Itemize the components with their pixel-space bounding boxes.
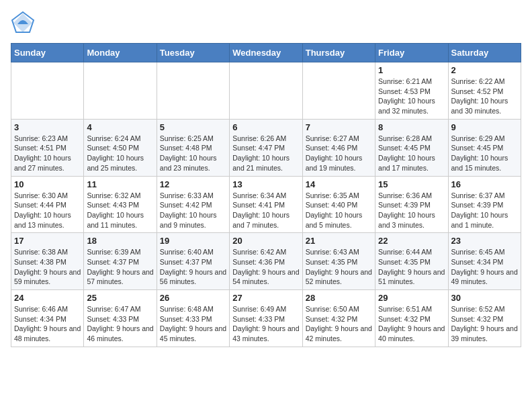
day-header-sunday: Sunday — [11, 44, 84, 62]
day-number: 20 — [232, 236, 299, 246]
day-info: Sunrise: 6:46 AM Sunset: 4:34 PM Dayligh… — [14, 304, 81, 344]
calendar-cell: 13Sunrise: 6:34 AM Sunset: 4:41 PM Dayli… — [230, 176, 302, 233]
day-info: Sunrise: 6:30 AM Sunset: 4:44 PM Dayligh… — [14, 191, 81, 230]
day-number: 21 — [306, 236, 372, 246]
day-info: Sunrise: 6:28 AM Sunset: 4:45 PM Dayligh… — [378, 134, 445, 173]
calendar-week-4: 17Sunrise: 6:38 AM Sunset: 4:38 PM Dayli… — [11, 233, 521, 290]
day-number: 22 — [378, 236, 445, 246]
logo — [11, 11, 38, 35]
day-info: Sunrise: 6:22 AM Sunset: 4:52 PM Dayligh… — [451, 77, 518, 116]
day-number: 23 — [451, 236, 518, 246]
calendar-cell — [302, 62, 375, 120]
calendar-cell: 18Sunrise: 6:39 AM Sunset: 4:37 PM Dayli… — [84, 233, 157, 290]
calendar-cell: 16Sunrise: 6:37 AM Sunset: 4:39 PM Dayli… — [448, 176, 521, 233]
day-info: Sunrise: 6:24 AM Sunset: 4:50 PM Dayligh… — [87, 134, 153, 173]
calendar-cell: 4Sunrise: 6:24 AM Sunset: 4:50 PM Daylig… — [84, 119, 157, 176]
calendar-cell: 2Sunrise: 6:22 AM Sunset: 4:52 PM Daylig… — [448, 62, 521, 120]
calendar-cell: 29Sunrise: 6:51 AM Sunset: 4:32 PM Dayli… — [375, 290, 448, 347]
day-number: 27 — [232, 293, 299, 303]
day-info: Sunrise: 6:25 AM Sunset: 4:48 PM Dayligh… — [160, 134, 226, 173]
calendar-cell — [157, 62, 229, 120]
calendar-table: SundayMondayTuesdayWednesdayThursdayFrid… — [11, 43, 521, 347]
calendar-cell: 26Sunrise: 6:48 AM Sunset: 4:33 PM Dayli… — [157, 290, 229, 347]
day-header-thursday: Thursday — [302, 44, 375, 62]
day-info: Sunrise: 6:32 AM Sunset: 4:43 PM Dayligh… — [87, 191, 153, 230]
calendar-cell: 9Sunrise: 6:29 AM Sunset: 4:45 PM Daylig… — [448, 119, 521, 176]
day-info: Sunrise: 6:33 AM Sunset: 4:42 PM Dayligh… — [160, 191, 226, 230]
day-header-tuesday: Tuesday — [157, 44, 229, 62]
calendar-week-5: 24Sunrise: 6:46 AM Sunset: 4:34 PM Dayli… — [11, 290, 521, 347]
day-number: 25 — [87, 293, 153, 303]
calendar-cell: 20Sunrise: 6:42 AM Sunset: 4:36 PM Dayli… — [230, 233, 302, 290]
calendar-cell — [11, 62, 84, 120]
day-info: Sunrise: 6:27 AM Sunset: 4:46 PM Dayligh… — [306, 134, 372, 173]
calendar-cell: 11Sunrise: 6:32 AM Sunset: 4:43 PM Dayli… — [84, 176, 157, 233]
day-number: 6 — [232, 122, 299, 132]
day-info: Sunrise: 6:36 AM Sunset: 4:39 PM Dayligh… — [378, 191, 445, 230]
day-number: 15 — [378, 179, 445, 189]
day-header-friday: Friday — [375, 44, 448, 62]
day-number: 7 — [306, 122, 372, 132]
day-number: 4 — [87, 122, 153, 132]
day-info: Sunrise: 6:48 AM Sunset: 4:33 PM Dayligh… — [160, 304, 226, 344]
day-info: Sunrise: 6:21 AM Sunset: 4:53 PM Dayligh… — [378, 77, 445, 116]
day-info: Sunrise: 6:37 AM Sunset: 4:39 PM Dayligh… — [451, 191, 518, 230]
day-number: 13 — [232, 179, 299, 189]
calendar-week-2: 3Sunrise: 6:23 AM Sunset: 4:51 PM Daylig… — [11, 119, 521, 176]
day-info: Sunrise: 6:50 AM Sunset: 4:32 PM Dayligh… — [306, 304, 372, 344]
day-number: 28 — [306, 293, 372, 303]
day-number: 10 — [14, 179, 81, 189]
day-info: Sunrise: 6:45 AM Sunset: 4:34 PM Dayligh… — [451, 247, 518, 287]
day-number: 11 — [87, 179, 153, 189]
calendar-cell: 14Sunrise: 6:35 AM Sunset: 4:40 PM Dayli… — [302, 176, 375, 233]
day-number: 14 — [306, 179, 372, 189]
day-number: 29 — [378, 293, 445, 303]
calendar-cell: 25Sunrise: 6:47 AM Sunset: 4:33 PM Dayli… — [84, 290, 157, 347]
calendar-cell: 21Sunrise: 6:43 AM Sunset: 4:35 PM Dayli… — [302, 233, 375, 290]
day-info: Sunrise: 6:49 AM Sunset: 4:33 PM Dayligh… — [232, 304, 299, 344]
day-number: 24 — [14, 293, 81, 303]
logo-icon — [11, 11, 35, 35]
day-number: 3 — [14, 122, 81, 132]
calendar-cell: 19Sunrise: 6:40 AM Sunset: 4:37 PM Dayli… — [157, 233, 229, 290]
calendar-cell: 7Sunrise: 6:27 AM Sunset: 4:46 PM Daylig… — [302, 119, 375, 176]
calendar-cell: 23Sunrise: 6:45 AM Sunset: 4:34 PM Dayli… — [448, 233, 521, 290]
calendar-cell: 1Sunrise: 6:21 AM Sunset: 4:53 PM Daylig… — [375, 62, 448, 120]
calendar-cell: 27Sunrise: 6:49 AM Sunset: 4:33 PM Dayli… — [230, 290, 302, 347]
day-info: Sunrise: 6:38 AM Sunset: 4:38 PM Dayligh… — [14, 247, 81, 287]
calendar-cell: 3Sunrise: 6:23 AM Sunset: 4:51 PM Daylig… — [11, 119, 84, 176]
day-number: 1 — [378, 65, 445, 75]
day-number: 2 — [451, 65, 518, 75]
calendar-cell: 30Sunrise: 6:52 AM Sunset: 4:32 PM Dayli… — [448, 290, 521, 347]
day-info: Sunrise: 6:34 AM Sunset: 4:41 PM Dayligh… — [232, 191, 299, 230]
calendar-week-3: 10Sunrise: 6:30 AM Sunset: 4:44 PM Dayli… — [11, 176, 521, 233]
calendar-cell: 12Sunrise: 6:33 AM Sunset: 4:42 PM Dayli… — [157, 176, 229, 233]
calendar-cell: 22Sunrise: 6:44 AM Sunset: 4:35 PM Dayli… — [375, 233, 448, 290]
day-info: Sunrise: 6:39 AM Sunset: 4:37 PM Dayligh… — [87, 247, 153, 287]
calendar-cell: 24Sunrise: 6:46 AM Sunset: 4:34 PM Dayli… — [11, 290, 84, 347]
calendar-cell: 6Sunrise: 6:26 AM Sunset: 4:47 PM Daylig… — [230, 119, 302, 176]
day-info: Sunrise: 6:23 AM Sunset: 4:51 PM Dayligh… — [14, 134, 81, 173]
calendar-cell: 10Sunrise: 6:30 AM Sunset: 4:44 PM Dayli… — [11, 176, 84, 233]
calendar-cell: 17Sunrise: 6:38 AM Sunset: 4:38 PM Dayli… — [11, 233, 84, 290]
calendar-cell: 28Sunrise: 6:50 AM Sunset: 4:32 PM Dayli… — [302, 290, 375, 347]
calendar-week-1: 1Sunrise: 6:21 AM Sunset: 4:53 PM Daylig… — [11, 62, 521, 120]
day-info: Sunrise: 6:47 AM Sunset: 4:33 PM Dayligh… — [87, 304, 153, 344]
calendar-cell — [84, 62, 157, 120]
calendar-header-row: SundayMondayTuesdayWednesdayThursdayFrid… — [11, 44, 521, 62]
day-number: 9 — [451, 122, 518, 132]
day-info: Sunrise: 6:29 AM Sunset: 4:45 PM Dayligh… — [451, 134, 518, 173]
day-number: 18 — [87, 236, 153, 246]
day-number: 5 — [160, 122, 226, 132]
day-number: 26 — [160, 293, 226, 303]
day-info: Sunrise: 6:26 AM Sunset: 4:47 PM Dayligh… — [232, 134, 299, 173]
day-header-monday: Monday — [84, 44, 157, 62]
day-info: Sunrise: 6:43 AM Sunset: 4:35 PM Dayligh… — [306, 247, 372, 287]
day-header-wednesday: Wednesday — [230, 44, 302, 62]
day-info: Sunrise: 6:42 AM Sunset: 4:36 PM Dayligh… — [232, 247, 299, 287]
day-number: 17 — [14, 236, 81, 246]
day-info: Sunrise: 6:40 AM Sunset: 4:37 PM Dayligh… — [160, 247, 226, 287]
calendar-cell: 8Sunrise: 6:28 AM Sunset: 4:45 PM Daylig… — [375, 119, 448, 176]
day-number: 16 — [451, 179, 518, 189]
day-header-saturday: Saturday — [448, 44, 521, 62]
